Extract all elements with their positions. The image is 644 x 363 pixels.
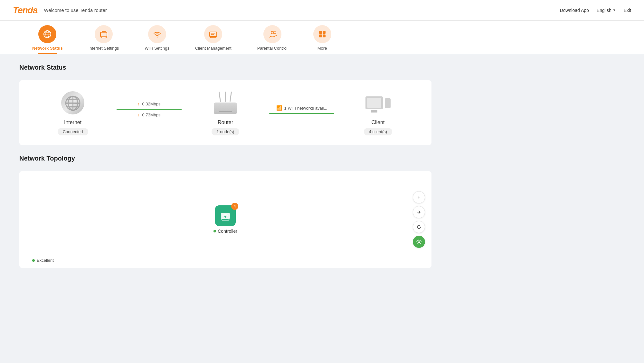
nav-label-wifi-settings: WiFi Settings: [145, 46, 169, 51]
parental-control-icon: [263, 25, 281, 43]
svg-point-10: [156, 37, 157, 38]
svg-rect-5: [100, 32, 107, 37]
nav-item-client-management[interactable]: Client Management: [182, 21, 244, 54]
upload-speed-value: 0.32Mbps: [142, 102, 160, 106]
legend-label: Excellent: [37, 258, 54, 263]
topology-title: Network Topology: [19, 155, 431, 162]
upload-arrow-icon: ↑: [137, 102, 139, 106]
internet-status-badge: Connected: [58, 128, 88, 135]
client-device: Client 4 client(s): [337, 90, 419, 135]
controller-label: Controller: [213, 229, 237, 234]
network-status-icon: [38, 25, 56, 43]
refresh-button[interactable]: [413, 221, 425, 233]
download-speed-row: ↓ 0.73Mbps: [137, 113, 160, 117]
controller-node[interactable]: 4 Controller: [213, 205, 237, 234]
settings-button[interactable]: [413, 236, 425, 248]
nav-label-network-status: Network Status: [32, 46, 63, 51]
language-label: English: [597, 8, 611, 13]
router-icon: [214, 92, 237, 114]
nav-item-wifi-settings[interactable]: WiFi Settings: [132, 21, 182, 54]
client-count-badge: 4 client(s): [364, 128, 392, 135]
wifi-signal-icon: 📶: [276, 105, 282, 111]
nav-item-more[interactable]: More: [300, 21, 344, 54]
zoom-in-button[interactable]: +: [413, 191, 425, 203]
internet-device: Internet Connected: [32, 90, 113, 135]
online-indicator: [213, 230, 216, 232]
router-body: [214, 103, 237, 114]
nav-label-more: More: [317, 46, 327, 51]
svg-point-18: [274, 32, 276, 34]
nav-item-network-status[interactable]: Network Status: [19, 21, 76, 54]
svg-rect-19: [319, 31, 322, 34]
svg-rect-20: [323, 31, 326, 34]
client-icon: [365, 96, 391, 109]
topology-section: 4 Controller +: [19, 171, 431, 268]
topology-canvas: 4 Controller: [32, 181, 419, 258]
main-content: Network Status Internet Connected ↑ 0.32…: [0, 54, 451, 278]
route-button[interactable]: [413, 206, 425, 218]
antenna-left: [219, 92, 221, 102]
download-speed-value: 0.73Mbps: [142, 113, 160, 117]
controller-name: Controller: [218, 229, 237, 234]
speed-connection: ↑ 0.32Mbps ↓ 0.73Mbps: [113, 102, 185, 117]
exit-button[interactable]: Exit: [624, 8, 631, 13]
header: Tenda Welcome to use Tenda router Downlo…: [0, 0, 644, 21]
wifi-networks-text: 1 WiFi networks avail...: [284, 106, 327, 111]
main-nav: Network Status Internet Settings WiFi Se…: [0, 21, 644, 54]
wifi-info-line: 📶 1 WiFi networks avail...: [266, 105, 337, 114]
svg-rect-11: [210, 32, 217, 36]
network-status-title: Network Status: [19, 64, 431, 71]
phone-icon: [385, 98, 391, 108]
logo-text: Tenda: [13, 5, 37, 15]
nav-label-parental-control: Parental Control: [257, 46, 288, 51]
network-status-container: Internet Connected ↑ 0.32Mbps ↓ 0.73Mbps: [19, 80, 431, 145]
internet-label: Internet: [64, 120, 81, 125]
client-label: Client: [371, 120, 384, 125]
svg-point-28: [418, 241, 420, 243]
nav-label-internet-settings: Internet Settings: [89, 46, 119, 51]
nav-item-parental-control[interactable]: Parental Control: [244, 21, 300, 54]
router-device: Router 1 node(s): [185, 90, 266, 135]
nav-label-client-management: Client Management: [195, 46, 232, 51]
controller-icon-wrap: 4: [215, 205, 236, 226]
upload-speed-row: ↑ 0.32Mbps: [137, 102, 160, 106]
antenna-right: [230, 92, 232, 102]
header-actions: Download App English ▼ Exit: [560, 8, 631, 13]
download-app-link[interactable]: Download App: [560, 8, 589, 13]
internet-settings-icon: [95, 25, 113, 43]
wifi-connection-bar: [269, 113, 334, 114]
plus-icon: +: [417, 194, 420, 200]
svg-rect-21: [319, 34, 322, 37]
more-icon: [313, 25, 331, 43]
antenna-center: [225, 92, 226, 102]
router-label: Router: [218, 120, 233, 125]
monitor-screen: [367, 98, 381, 108]
topology-legend: Excellent: [32, 258, 54, 263]
svg-line-26: [229, 219, 229, 220]
svg-line-25: [222, 219, 222, 220]
topology-controls: +: [413, 191, 425, 248]
internet-icon-area: [60, 90, 86, 116]
wifi-settings-icon: [148, 25, 166, 43]
language-selector[interactable]: English ▼: [597, 8, 616, 13]
svg-rect-6: [102, 31, 106, 32]
wifi-networks-row: 📶 1 WiFi networks avail...: [276, 105, 327, 111]
legend-dot: [32, 259, 35, 262]
chevron-down-icon: ▼: [613, 8, 616, 12]
svg-rect-22: [323, 34, 326, 37]
client-icon-area: [365, 90, 391, 116]
router-antennas: [219, 92, 231, 102]
svg-point-24: [224, 216, 226, 218]
monitor-icon: [365, 96, 383, 109]
router-nodes-badge: 1 node(s): [212, 128, 240, 135]
client-management-icon: [204, 25, 222, 43]
welcome-text: Welcome to use Tenda router: [44, 7, 107, 13]
connection-line-bar: [117, 109, 182, 110]
controller-count-badge: 4: [231, 203, 238, 210]
svg-point-17: [271, 31, 274, 34]
logo-area: Tenda Welcome to use Tenda router: [13, 5, 107, 15]
nav-item-internet-settings[interactable]: Internet Settings: [76, 21, 132, 54]
router-icon-area: [213, 90, 238, 116]
globe-icon: [61, 91, 84, 114]
download-arrow-icon: ↓: [137, 113, 139, 117]
